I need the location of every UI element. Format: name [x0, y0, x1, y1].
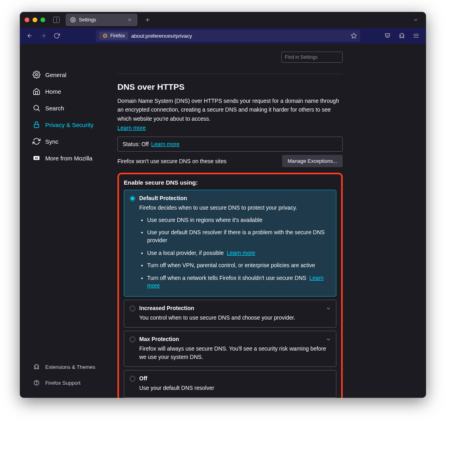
sidebar-item-general[interactable]: General — [29, 67, 113, 82]
sidebar-item-sync[interactable]: Sync — [29, 134, 113, 148]
sidebar-item-support[interactable]: Firefox Support — [29, 376, 113, 390]
option-title: Increased Protection — [139, 305, 194, 311]
option-title: Default Protection — [139, 195, 187, 201]
section-description: Domain Name System (DNS) over HTTPS send… — [117, 96, 343, 123]
svg-point-9 — [36, 384, 37, 384]
sidebar-label: Firefox Support — [45, 380, 81, 386]
option-default-protection[interactable]: Default Protection Firefox decides when … — [124, 190, 336, 297]
svg-point-3 — [36, 74, 38, 76]
svg-rect-5 — [34, 124, 39, 127]
window-controls — [25, 17, 45, 22]
sidebar-item-home[interactable]: Home — [29, 84, 113, 98]
option-bullet: Use a local provider, if possible Learn … — [147, 249, 330, 257]
firefox-logo-icon — [102, 33, 108, 39]
search-icon — [33, 104, 40, 112]
sidebar-toggle-icon[interactable] — [53, 17, 60, 23]
radio-icon[interactable] — [130, 337, 135, 342]
option-max-protection[interactable]: Max Protection Firefox will always use s… — [124, 331, 336, 367]
option-bullet: Use your default DNS resolver if there i… — [147, 229, 330, 244]
sidebar-label: General — [45, 71, 66, 78]
svg-point-2 — [104, 35, 106, 37]
svg-point-0 — [72, 19, 74, 21]
tab-title: Settings — [79, 17, 123, 23]
close-tab-icon[interactable] — [127, 17, 133, 23]
option-increased-protection[interactable]: Increased Protection You control when to… — [124, 300, 336, 328]
titlebar: Settings — [20, 12, 426, 28]
chevron-down-icon[interactable] — [326, 306, 331, 312]
option-title: Max Protection — [139, 336, 179, 342]
sidebar-label: Home — [45, 88, 61, 95]
option-title: Off — [139, 375, 147, 382]
status-label: Status: Off — [123, 141, 149, 147]
bookmark-star-icon[interactable] — [351, 33, 357, 39]
gear-icon — [33, 71, 40, 79]
find-in-settings-input[interactable] — [281, 52, 343, 63]
main-panel: DNS over HTTPS Domain Name System (DNS) … — [113, 52, 343, 398]
sidebar-item-privacy[interactable]: Privacy & Security — [29, 118, 113, 132]
sync-icon — [33, 137, 40, 145]
svg-text:m: m — [35, 156, 38, 160]
forward-button[interactable] — [37, 30, 49, 42]
extensions-icon[interactable] — [396, 30, 408, 42]
gear-icon — [70, 17, 76, 23]
fullscreen-window-button[interactable] — [40, 17, 45, 22]
settings-sidebar: General Home Search Privacy & Security S… — [29, 52, 113, 398]
option-subtitle: Firefox decides when to use secure DNS t… — [139, 204, 330, 212]
option-bullet: Use secure DNS in regions where it's ava… — [147, 216, 330, 224]
sidebar-label: Sync — [45, 138, 58, 145]
exceptions-text: Firefox won't use secure DNS on these si… — [117, 158, 226, 164]
reload-button[interactable] — [51, 30, 63, 42]
content-area: General Home Search Privacy & Security S… — [20, 44, 426, 398]
sidebar-label: Privacy & Security — [45, 121, 94, 128]
nav-toolbar: Firefox about:preferences#privacy — [20, 28, 426, 44]
learn-more-link[interactable]: Learn more — [227, 250, 255, 256]
close-window-button[interactable] — [25, 17, 29, 22]
manage-exceptions-button[interactable]: Manage Exceptions... — [282, 155, 343, 167]
svg-point-4 — [34, 105, 38, 110]
sidebar-item-search[interactable]: Search — [29, 101, 113, 115]
section-title: DNS over HTTPS — [117, 82, 343, 92]
option-subtitle: Firefox will always use secure DNS. You'… — [139, 345, 330, 362]
chevron-down-icon[interactable] — [326, 337, 331, 343]
option-bullet: Turn off when a network tells Firefox it… — [147, 274, 330, 290]
identity-label: Firefox — [110, 33, 125, 39]
option-off[interactable]: Off Use your default DNS resolver — [124, 370, 336, 398]
learn-more-link[interactable]: Learn more — [117, 125, 146, 131]
url-text: about:preferences#privacy — [131, 33, 192, 39]
sidebar-label: More from Mozilla — [45, 155, 92, 162]
radio-icon[interactable] — [130, 376, 135, 382]
url-bar[interactable]: Firefox about:preferences#privacy — [96, 30, 360, 42]
mozilla-icon: m — [33, 154, 40, 162]
status-box: Status: Off Learn more — [117, 137, 343, 152]
divider — [117, 74, 343, 74]
new-tab-button[interactable] — [142, 14, 153, 25]
sidebar-item-extensions[interactable]: Extensions & Themes — [29, 360, 113, 374]
home-icon — [33, 87, 40, 95]
tab-settings[interactable]: Settings — [66, 14, 137, 26]
puzzle-icon — [33, 363, 40, 371]
browser-window: Settings Firefox — [20, 12, 426, 398]
sidebar-label: Extensions & Themes — [45, 364, 95, 370]
radio-selected-icon[interactable] — [130, 196, 135, 201]
option-bullet: Turn off when VPN, parental control, or … — [147, 262, 330, 270]
sidebar-label: Search — [45, 105, 64, 112]
lock-icon — [33, 121, 40, 129]
minimize-window-button[interactable] — [33, 17, 37, 22]
identity-box[interactable]: Firefox — [99, 32, 128, 40]
option-subtitle: Use your default DNS resolver — [139, 384, 330, 393]
list-tabs-button[interactable] — [410, 14, 421, 25]
radio-icon[interactable] — [130, 306, 135, 311]
help-icon — [33, 379, 40, 387]
back-button[interactable] — [24, 30, 36, 42]
pocket-icon[interactable] — [382, 30, 393, 42]
option-subtitle: You control when to use secure DNS and c… — [139, 314, 330, 322]
app-menu-icon[interactable] — [410, 30, 422, 42]
sidebar-item-more-mozilla[interactable]: m More from Mozilla — [29, 151, 113, 165]
enable-heading: Enable secure DNS using: — [124, 179, 336, 186]
status-learn-more-link[interactable]: Learn more — [151, 141, 180, 147]
highlighted-section: Enable secure DNS using: Default Protect… — [117, 173, 343, 398]
